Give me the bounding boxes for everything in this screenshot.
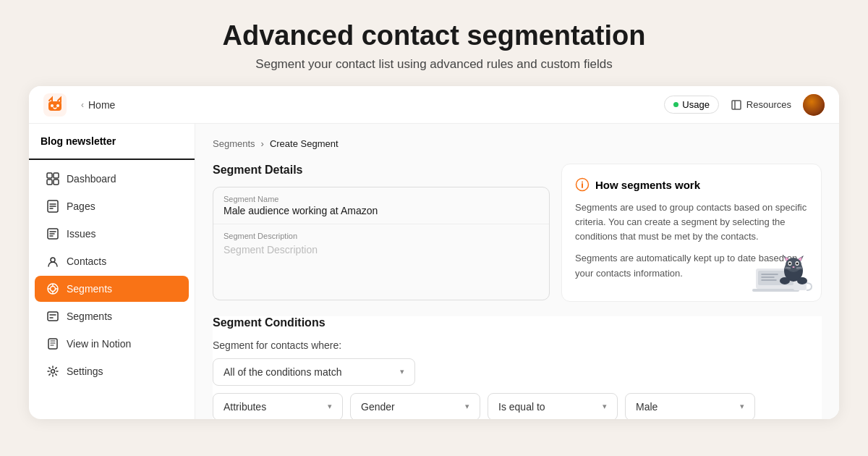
content-area: Segments › Create Segment Segment Detail…: [195, 124, 839, 419]
sidebar-item-pages[interactable]: Pages: [35, 193, 189, 219]
segment-description-group: Segment Description Segment Description: [213, 224, 549, 263]
sidebar-item-segments[interactable]: Segments: [35, 276, 189, 302]
sidebar-item-dashboard[interactable]: Dashboard: [35, 166, 189, 192]
pages-icon: [46, 200, 59, 213]
back-chevron-icon: ‹: [81, 100, 84, 110]
main-layout: Blog newsletter Dashboard Pages: [29, 124, 839, 419]
dashboard-label: Dashboard: [67, 173, 116, 185]
svg-rect-4: [732, 101, 741, 109]
home-label: Home: [88, 99, 115, 111]
operator-dropdown-value: Is equal to: [498, 401, 545, 413]
issues-icon: [46, 227, 59, 240]
logo-icon: [43, 93, 67, 117]
chevron-down-icon: ▾: [465, 402, 469, 411]
cat-illustration: [749, 236, 814, 294]
svg-point-56: [780, 277, 790, 284]
segment-name-value: Male audience working at Amazon: [213, 205, 549, 224]
svg-rect-1: [48, 101, 61, 111]
segment-conditions-title: Segment Conditions: [213, 316, 822, 329]
settings-icon: [46, 365, 59, 378]
value-dropdown[interactable]: Male ▾: [625, 393, 755, 419]
segment-name-group: Segment Name Male audience working at Am…: [213, 187, 550, 300]
segments-icon: [46, 282, 59, 295]
contacts-icon: [46, 255, 59, 268]
sidebar-title: Blog newsletter: [29, 135, 195, 160]
breadcrumb-separator: ›: [261, 138, 264, 149]
top-nav: ‹ Home Usage Resources: [29, 86, 839, 124]
sidebar-item-subscribe-forms[interactable]: Segments: [35, 303, 189, 329]
page-title: Advanced contact segmentation: [14, 20, 854, 51]
svg-point-2: [51, 104, 54, 107]
sidebar-item-view-in-notion[interactable]: View in Notion: [35, 331, 189, 357]
segment-details-title: Segment Details: [213, 164, 550, 177]
svg-point-18: [51, 258, 55, 262]
resources-button[interactable]: Resources: [731, 99, 791, 111]
attribute-dropdown-value: Attributes: [224, 401, 266, 413]
svg-point-20: [51, 287, 56, 292]
svg-point-49: [789, 262, 791, 264]
avatar: [803, 94, 825, 116]
logo-area: [43, 93, 67, 117]
breadcrumb-current: Create Segment: [270, 138, 339, 149]
info-card: How segments work Segments are used to g…: [561, 164, 822, 302]
match-dropdown-value: All of the conditions match: [224, 366, 341, 378]
field-dropdown-value: Gender: [361, 401, 395, 413]
grid-icon: [46, 172, 59, 185]
attribute-dropdown[interactable]: Attributes ▾: [213, 393, 343, 419]
value-dropdown-value: Male: [636, 401, 658, 413]
info-card-header: How segments work: [575, 177, 808, 192]
breadcrumb-parent[interactable]: Segments: [213, 138, 255, 149]
operator-dropdown[interactable]: Is equal to ▾: [488, 393, 618, 419]
resources-label: Resources: [746, 99, 791, 110]
svg-point-50: [796, 262, 799, 264]
settings-label: Settings: [67, 366, 103, 377]
svg-point-46: [786, 258, 801, 272]
segment-details-panel: Segment Details Segment Name Male audien…: [213, 164, 550, 302]
segments-label: Segments: [67, 283, 112, 295]
sidebar-item-issues[interactable]: Issues: [35, 221, 189, 247]
page-header: Advanced contact segmentation Segment yo…: [0, 0, 868, 86]
svg-rect-35: [752, 289, 799, 292]
segment-name-label: Segment Name: [213, 187, 549, 205]
notion-icon: [46, 337, 59, 350]
sidebar: Blog newsletter Dashboard Pages: [29, 124, 195, 419]
condition-row: Attributes ▾ Gender ▾ Is equal to ▾ Male…: [213, 393, 822, 419]
usage-button[interactable]: Usage: [664, 96, 719, 114]
svg-rect-9: [54, 180, 59, 185]
svg-point-51: [793, 266, 795, 268]
usage-label: Usage: [682, 99, 710, 110]
svg-rect-6: [47, 173, 52, 178]
subscribe-forms-label: Segments: [67, 311, 112, 322]
sidebar-item-settings[interactable]: Settings: [35, 358, 189, 384]
chevron-down-icon: ▾: [328, 402, 332, 411]
svg-rect-25: [48, 312, 58, 321]
issues-label: Issues: [67, 228, 95, 240]
view-in-notion-label: View in Notion: [67, 338, 131, 350]
sidebar-item-contacts[interactable]: Contacts: [35, 248, 189, 274]
chevron-down-icon: ▾: [400, 367, 404, 376]
forms-icon: [46, 310, 59, 323]
contacts-where-label: Segment for contacts where:: [213, 339, 822, 351]
usage-dot: [673, 102, 678, 107]
segment-description-label: Segment Description: [224, 232, 539, 240]
info-card-title: How segments work: [595, 179, 700, 191]
svg-point-32: [582, 182, 583, 183]
segment-conditions-section: Segment Conditions Segment for contacts …: [213, 316, 822, 419]
svg-point-57: [797, 277, 807, 284]
nav-right: Usage Resources: [664, 94, 825, 116]
svg-point-29: [51, 370, 55, 373]
pages-label: Pages: [67, 200, 95, 212]
svg-rect-8: [47, 180, 52, 185]
info-icon: [575, 177, 590, 192]
field-dropdown[interactable]: Gender ▾: [350, 393, 480, 419]
match-dropdown[interactable]: All of the conditions match ▾: [213, 358, 415, 386]
svg-rect-28: [48, 339, 57, 349]
app-container: ‹ Home Usage Resources Blog newslette: [29, 86, 839, 419]
svg-point-3: [56, 104, 59, 107]
svg-rect-7: [54, 173, 59, 178]
chevron-down-icon: ▾: [740, 402, 744, 411]
page-subtitle: Segment your contact list using advanced…: [14, 57, 854, 72]
home-link[interactable]: ‹ Home: [81, 99, 115, 111]
chevron-down-icon: ▾: [603, 402, 607, 411]
segment-description-placeholder: Segment Description: [224, 244, 318, 256]
